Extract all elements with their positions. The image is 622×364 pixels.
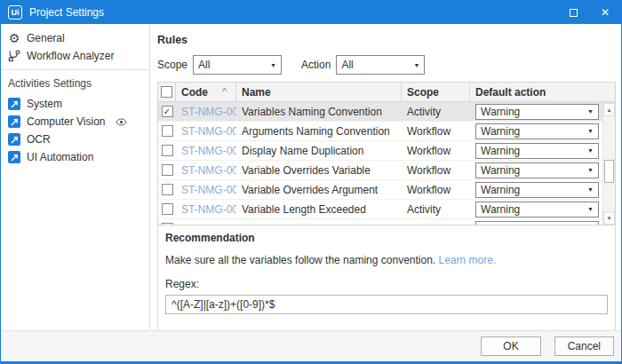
rule-scope: Workflow <box>402 125 470 138</box>
default-action-dropdown[interactable]: Warning▼ <box>475 162 599 178</box>
sidebar-item-ocr[interactable]: OCR <box>1 131 149 148</box>
window-title: Project Settings <box>29 6 104 19</box>
sidebar-item-label: General <box>27 32 65 44</box>
rule-code: ST-NMG-001 <box>176 106 236 118</box>
activities-package-icon <box>8 133 20 146</box>
action-filter-value: All <box>341 59 410 71</box>
regex-input[interactable] <box>165 295 608 314</box>
sidebar-item-general[interactable]: ⚙ General <box>1 29 149 47</box>
activities-package-icon <box>8 115 20 128</box>
sidebar-item-label: Workflow Analyzer <box>27 50 114 62</box>
table-row[interactable]: ST-NMG-002 Arguments Naming Convention W… <box>158 122 615 141</box>
select-all-checkbox[interactable] <box>161 86 172 98</box>
default-action-dropdown[interactable]: Warning▼ <box>475 143 599 159</box>
chevron-down-icon: ▼ <box>587 206 594 212</box>
rule-checkbox[interactable] <box>162 223 173 226</box>
rule-code: ST-NMG-006 <box>176 184 236 196</box>
rule-checkbox[interactable] <box>162 145 173 156</box>
close-button[interactable]: ✕ <box>589 1 621 24</box>
eye-preview-icon[interactable] <box>116 118 127 126</box>
rule-name: Arguments Naming Convention <box>236 125 402 138</box>
rule-scope: Activity <box>402 203 470 216</box>
rule-checkbox[interactable] <box>162 125 173 137</box>
column-header-default-action[interactable]: Default action <box>470 83 615 101</box>
rule-scope: Workflow <box>402 164 470 177</box>
scope-filter-dropdown[interactable]: All ▼ <box>193 55 282 75</box>
workflow-analyzer-icon <box>8 50 20 62</box>
action-filter-dropdown[interactable]: All ▼ <box>336 55 425 75</box>
sidebar-item-label: UI Automation <box>27 151 93 163</box>
default-action-dropdown[interactable]: ▼ <box>475 221 599 226</box>
chevron-down-icon: ▼ <box>270 62 276 68</box>
column-header-scope[interactable]: Scope <box>402 83 470 101</box>
project-settings-dialog: Ui Project Settings ✕ ⚙ General <box>0 0 622 364</box>
chevron-down-icon: ▼ <box>587 108 594 115</box>
table-row-partial[interactable]: ▼ <box>158 219 615 226</box>
sidebar-item-computer-vision[interactable]: Computer Vision <box>1 113 149 131</box>
sidebar-item-label: Computer Vision <box>27 115 106 128</box>
gear-icon: ⚙ <box>8 32 20 44</box>
default-action-dropdown[interactable]: Warning▼ <box>475 202 599 218</box>
rules-panel: Rules Scope All ▼ Action All ▼ Code <box>150 24 621 330</box>
rule-name: Display Name Duplication <box>236 145 402 157</box>
scroll-down-icon[interactable]: ▼ <box>603 211 615 225</box>
cancel-button[interactable]: Cancel <box>554 336 614 356</box>
action-filter-label: Action <box>301 59 331 71</box>
rule-name: Variables Naming Convention <box>236 106 402 118</box>
chevron-down-icon: ▼ <box>587 128 594 134</box>
uipath-logo-icon: Ui <box>8 5 22 20</box>
sort-ascending-icon: ^ <box>222 87 230 97</box>
rule-scope: Workflow <box>402 184 470 196</box>
rule-code: ST-NMG-005 <box>176 164 236 177</box>
sidebar-item-workflow-analyzer[interactable]: Workflow Analyzer <box>1 47 149 65</box>
rule-name: Variable Overrides Argument <box>236 184 402 196</box>
recommendation-text: Make sure all the variables follow the n… <box>165 254 608 266</box>
table-row[interactable]: ST-NMG-004 Display Name Duplication Work… <box>158 141 615 161</box>
chevron-down-icon: ▼ <box>587 147 594 154</box>
chevron-down-icon: ▼ <box>413 62 419 68</box>
activities-package-icon <box>8 98 20 110</box>
rule-checkbox[interactable] <box>162 203 173 215</box>
settings-sidebar: ⚙ General Workflow Analyzer Activities S… <box>1 24 150 330</box>
learn-more-link[interactable]: Learn more. <box>439 254 497 266</box>
rule-checkbox[interactable]: ✓ <box>162 106 173 117</box>
column-header-name[interactable]: Name <box>236 83 402 101</box>
ok-button[interactable]: OK <box>481 336 540 356</box>
rule-name: Variable Length Exceeded <box>236 203 402 216</box>
rule-code: ST-NMG-008 <box>176 203 236 216</box>
default-action-dropdown[interactable]: Warning▼ <box>475 182 599 198</box>
table-row[interactable]: ✓ ST-NMG-001 Variables Naming Convention… <box>158 102 615 122</box>
maximize-icon <box>570 9 578 17</box>
recommendation-panel: Recommendation Make sure all the variabl… <box>157 226 616 332</box>
sidebar-item-ui-automation[interactable]: UI Automation <box>1 148 149 166</box>
filter-row: Scope All ▼ Action All ▼ <box>157 55 616 75</box>
table-row[interactable]: ST-NMG-008 Variable Length Exceeded Acti… <box>158 200 615 219</box>
maximize-button[interactable] <box>557 1 589 24</box>
rule-code: ST-NMG-002 <box>176 125 236 138</box>
sidebar-item-system[interactable]: System <box>1 95 149 113</box>
table-scrollbar[interactable]: ▲ ▼ <box>602 103 615 225</box>
table-row[interactable]: ST-NMG-005 Variable Overrides Variable W… <box>158 161 615 180</box>
rule-scope: Workflow <box>402 145 470 157</box>
rule-scope: Activity <box>402 106 470 118</box>
rule-name: Variable Overrides Variable <box>236 164 402 177</box>
rule-checkbox[interactable] <box>162 164 173 176</box>
default-action-dropdown[interactable]: Warning▼ <box>475 123 599 139</box>
activities-settings-header: Activities Settings <box>1 75 149 95</box>
regex-label: Regex: <box>165 278 608 290</box>
rules-table: Code ^ Name Scope Default action ✓ ST-NM… <box>157 82 616 226</box>
sidebar-item-label: OCR <box>27 133 51 146</box>
recommendation-title: Recommendation <box>165 232 608 244</box>
rule-checkbox[interactable] <box>162 184 173 195</box>
scope-filter-value: All <box>198 59 267 71</box>
sidebar-separator <box>1 69 149 70</box>
chevron-down-icon: ▼ <box>587 186 594 193</box>
dialog-footer: OK Cancel <box>1 330 621 361</box>
table-body: ✓ ST-NMG-001 Variables Naming Convention… <box>158 102 615 226</box>
scroll-up-icon[interactable]: ▲ <box>603 103 615 116</box>
default-action-dropdown[interactable]: Warning▼ <box>475 104 599 120</box>
title-bar: Ui Project Settings ✕ <box>1 1 621 24</box>
scrollbar-thumb[interactable] <box>604 160 614 183</box>
table-row[interactable]: ST-NMG-006 Variable Overrides Argument W… <box>158 180 615 200</box>
column-header-code[interactable]: Code ^ <box>176 83 236 101</box>
